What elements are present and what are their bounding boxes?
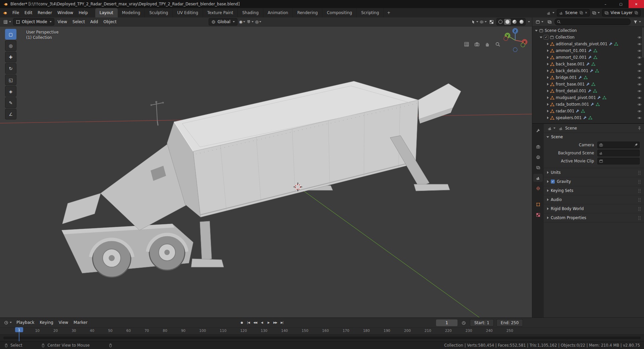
tab-view-layer[interactable] — [533, 163, 543, 171]
visibility-eye-icon[interactable] — [637, 35, 642, 40]
tool-button[interactable]: ◈ — [5, 86, 16, 97]
pivot-point-button[interactable]: ◉ — [239, 18, 246, 25]
wireframe-shading-button[interactable] — [497, 19, 504, 25]
outliner-search-input[interactable] — [554, 18, 631, 25]
viewport-menu[interactable]: Object — [101, 17, 119, 27]
timeline-track-area[interactable] — [0, 335, 644, 342]
delete-scene-icon[interactable]: ✕ — [585, 11, 588, 14]
editor-type-button[interactable] — [2, 18, 12, 25]
workspace-tab[interactable]: Compositing — [322, 8, 357, 17]
workspace-tab[interactable]: Animation — [263, 8, 293, 17]
outliner-object-row[interactable]: radar.001 — [532, 108, 644, 114]
eyedropper-icon[interactable] — [634, 143, 638, 147]
expand-arrow-icon[interactable] — [547, 49, 549, 52]
expand-arrow-icon[interactable] — [547, 110, 549, 112]
timeline-editor-type-button[interactable] — [3, 319, 13, 326]
visibility-eye-icon[interactable] — [637, 89, 642, 93]
expand-arrow-icon[interactable] — [547, 76, 549, 79]
playhead[interactable]: 1 — [15, 327, 23, 341]
tab-output[interactable] — [533, 153, 543, 161]
visibility-eye-icon[interactable] — [637, 62, 642, 66]
workspace-tab[interactable]: UV Editing — [173, 8, 203, 17]
visibility-eye-icon[interactable] — [637, 96, 642, 100]
expand-arrow-icon[interactable] — [547, 116, 549, 119]
menubar-menu[interactable]: Edit — [22, 8, 35, 17]
tool-button[interactable]: ◎ — [5, 40, 16, 51]
camera-input[interactable] — [597, 142, 640, 148]
menubar-menu[interactable]: Window — [55, 8, 76, 17]
new-view-layer-icon[interactable] — [634, 11, 638, 15]
tab-world[interactable] — [533, 184, 543, 192]
timeline-menu[interactable]: View — [56, 318, 71, 327]
visibility-eye-icon[interactable] — [637, 102, 642, 107]
proportional-editing-button[interactable]: ◎ — [255, 18, 262, 25]
collection-checkbox[interactable]: ✓ — [544, 35, 548, 40]
properties-section-header[interactable]: Audio — [544, 195, 644, 204]
transform-orientation-dropdown[interactable]: Global — [209, 18, 237, 26]
maximize-button[interactable]: ▢ — [613, 0, 629, 8]
transport-button[interactable]: ◀◀ — [252, 319, 258, 326]
menubar-menu[interactable]: Render — [35, 8, 55, 17]
rendered-shading-button[interactable] — [518, 19, 525, 25]
outliner-object-row[interactable]: mudguard_pivot.001 — [532, 94, 644, 101]
background-scene-input[interactable] — [597, 150, 640, 156]
expand-arrow-icon[interactable] — [547, 63, 549, 65]
workspace-tab[interactable]: Shading — [238, 8, 263, 17]
frame-end-field[interactable]: End: 250 — [496, 319, 523, 327]
outliner-object-row[interactable]: aditional_stands_pivot.001 — [532, 41, 644, 47]
browse-scene-button[interactable] — [546, 11, 555, 15]
tab-object[interactable] — [533, 200, 543, 208]
xray-toggle-button[interactable] — [488, 18, 495, 25]
outliner-object-row[interactable]: rada_bottom.001 — [532, 101, 644, 108]
scene-selector[interactable]: Scene ✕ — [557, 9, 590, 16]
outliner-object-row[interactable]: back_base.001 — [532, 61, 644, 67]
properties-section-header[interactable]: Units — [544, 168, 644, 177]
timeline-menu[interactable]: Marker — [71, 318, 90, 327]
gizmo-minus-z-axis[interactable] — [513, 48, 517, 52]
expand-arrow-icon[interactable] — [547, 69, 549, 72]
drag-handle-icon[interactable] — [638, 180, 641, 184]
current-frame-field[interactable]: 1 — [436, 319, 458, 326]
gravity-checkbox[interactable]: ✓ — [551, 180, 555, 184]
transport-button[interactable]: ▶ — [266, 319, 271, 326]
properties-section-header[interactable]: Keying Sets — [544, 186, 644, 195]
tab-scene[interactable] — [533, 174, 543, 182]
nav-gizmo[interactable]: Z Y X — [504, 28, 528, 52]
tab-texture[interactable] — [533, 211, 543, 219]
visibility-eye-icon[interactable] — [637, 49, 642, 53]
tool-button[interactable]: ✚ — [5, 52, 16, 62]
properties-section-header[interactable]: ✓ Gravity — [544, 177, 644, 186]
outliner-object-row[interactable]: speakers.001 — [532, 114, 644, 121]
browse-view-layer-button[interactable] — [591, 11, 601, 15]
drag-handle-icon[interactable] — [638, 207, 641, 211]
tool-button[interactable]: ▢ — [5, 29, 16, 40]
expand-arrow-icon[interactable] — [547, 56, 549, 59]
add-workspace-button[interactable]: + — [384, 8, 394, 17]
transport-button[interactable]: ▶| — [279, 319, 285, 326]
outliner-scrollbar[interactable] — [642, 28, 644, 58]
drag-handle-icon[interactable] — [638, 198, 641, 202]
workspace-tab[interactable]: Texture Paint — [203, 8, 238, 17]
timeline-menu[interactable]: Keying — [37, 318, 56, 327]
workspace-tab[interactable]: Sculpting — [145, 8, 173, 17]
transport-button[interactable]: ◀ — [259, 319, 265, 326]
menubar-menu[interactable]: Help — [76, 8, 90, 17]
visibility-eye-icon[interactable] — [637, 82, 642, 87]
tab-tool[interactable] — [533, 127, 543, 135]
frame-start-field[interactable]: Start: 1 — [470, 319, 494, 327]
timeline-ruler[interactable]: 1102030405060708090100110120130140150160… — [0, 328, 644, 335]
pin-icon[interactable] — [637, 126, 642, 131]
outliner-object-row[interactable]: bridge.001 — [532, 74, 644, 81]
tool-button[interactable]: ✎ — [5, 97, 16, 108]
workspace-tab[interactable]: Layout — [95, 8, 118, 17]
scene-panel-header[interactable]: Scene — [544, 133, 644, 141]
tool-button[interactable]: ◱ — [5, 74, 16, 85]
workspace-tab[interactable]: Rendering — [293, 8, 322, 17]
new-scene-icon[interactable] — [579, 11, 583, 15]
menubar-menu[interactable]: File — [10, 8, 22, 17]
outliner-display-mode-button[interactable] — [546, 18, 553, 25]
visibility-eye-icon[interactable] — [637, 109, 642, 113]
viewport-canvas[interactable]: Z Y X — [0, 26, 532, 317]
active-movie-clip-input[interactable] — [597, 158, 640, 164]
expand-arrow-icon[interactable] — [547, 83, 549, 86]
